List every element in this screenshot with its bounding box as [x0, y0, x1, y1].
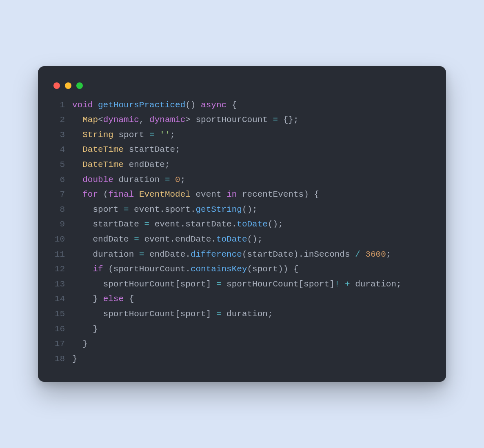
code-token: event.endDate.	[139, 235, 216, 244]
code-token: ;	[170, 130, 175, 140]
code-area: 123456789101112131415161718 void getHour…	[52, 98, 432, 367]
code-token: {};	[278, 115, 298, 124]
code-token: ;	[180, 175, 186, 184]
code-token: toDate	[237, 220, 268, 229]
code-token	[360, 250, 366, 259]
code-token: duration;	[350, 279, 402, 289]
code-token: ''	[160, 130, 170, 140]
code-token	[72, 264, 93, 274]
line-number: 10	[52, 232, 65, 247]
code-token: {	[226, 100, 237, 110]
minimize-icon[interactable]	[65, 82, 71, 89]
code-token: =	[216, 279, 222, 289]
code-token: =	[134, 235, 139, 244]
line-number: 8	[52, 202, 65, 217]
code-line: sportHourCount[sport] = sportHourCount[s…	[72, 277, 432, 292]
code-token: =	[124, 205, 129, 214]
code-window: 123456789101112131415161718 void getHour…	[38, 66, 446, 382]
code-token: startDate	[72, 220, 144, 229]
line-number-gutter: 123456789101112131415161718	[52, 98, 65, 367]
code-token: ();	[242, 205, 258, 214]
code-line: sportHourCount[sport] = duration;	[72, 307, 432, 322]
code-token: }	[72, 324, 98, 334]
code-token	[72, 115, 82, 124]
code-line: startDate = event.startDate.toDate();	[72, 217, 432, 232]
code-line: DateTime endDate;	[72, 157, 432, 173]
code-token: (startDate).inSeconds	[242, 250, 355, 259]
code-token: containsKey	[191, 264, 247, 274]
code-token: String	[82, 130, 113, 140]
code-token: sport	[72, 205, 124, 214]
code-token: sportHourCount[sport]	[72, 279, 216, 289]
line-number: 16	[52, 322, 65, 337]
code-token	[134, 190, 139, 199]
code-token: {	[124, 294, 134, 304]
code-token: in	[226, 190, 237, 199]
line-number: 5	[52, 157, 65, 173]
code-token	[170, 175, 175, 184]
code-token: getHoursPracticed	[98, 100, 185, 110]
code-token: difference	[191, 250, 242, 259]
code-token: 3600	[365, 250, 386, 259]
code-token: event.sport.	[129, 205, 196, 214]
code-token: ()	[185, 100, 201, 110]
code-token: endDate	[72, 235, 134, 244]
code-token: endDate.	[144, 250, 190, 259]
line-number: 17	[52, 337, 65, 352]
line-number: 15	[52, 307, 65, 322]
code-token	[72, 130, 82, 140]
code-token: =	[139, 250, 144, 259]
code-token: event	[191, 190, 226, 199]
code-token: getString	[195, 205, 242, 214]
code-token: sportHourCount[sport]	[72, 309, 216, 319]
code-content[interactable]: void getHoursPracticed() async { Map<dyn…	[72, 98, 432, 367]
code-line: void getHoursPracticed() async {	[72, 98, 432, 113]
code-token: dynamic	[103, 115, 139, 124]
code-token: async	[201, 100, 226, 110]
code-token	[72, 160, 82, 169]
code-line: double duration = 0;	[72, 173, 432, 188]
code-token: Map	[82, 115, 98, 124]
line-number: 3	[52, 128, 65, 143]
code-token	[155, 130, 160, 140]
code-line: endDate = event.endDate.toDate();	[72, 232, 432, 247]
code-line: duration = endDate.difference(startDate)…	[72, 247, 432, 262]
code-token: toDate	[216, 235, 247, 244]
code-token: (sport)) {	[247, 264, 299, 274]
code-token: ;	[386, 250, 391, 259]
code-token: double	[82, 175, 113, 184]
code-token: ();	[268, 220, 283, 229]
code-token: /	[355, 250, 360, 259]
code-token: sport	[113, 130, 149, 140]
code-token: dynamic	[149, 115, 185, 124]
code-token: !	[335, 279, 340, 289]
code-token	[72, 175, 82, 184]
code-token: duration	[113, 175, 165, 184]
code-token: sportHourCount[sport]	[221, 279, 334, 289]
code-token: startDate;	[124, 145, 180, 154]
code-token: EventModel	[139, 190, 191, 199]
code-token	[340, 279, 345, 289]
code-token: endDate;	[124, 160, 170, 169]
code-token: if	[93, 264, 103, 274]
code-token: 0	[175, 175, 180, 184]
code-token: DateTime	[82, 160, 124, 169]
code-token: DateTime	[82, 145, 124, 154]
maximize-icon[interactable]	[76, 82, 83, 89]
code-token: for	[82, 190, 98, 199]
window-controls	[52, 80, 432, 98]
code-token: ,	[139, 115, 149, 124]
code-line: sport = event.sport.getString();	[72, 202, 432, 217]
line-number: 13	[52, 277, 65, 292]
code-token: duration	[72, 250, 139, 259]
code-token: else	[103, 294, 124, 304]
code-token: (sportHourCount.	[103, 264, 191, 274]
code-token: =	[144, 220, 149, 229]
line-number: 4	[52, 142, 65, 157]
code-token: > sportHourCount	[185, 115, 273, 124]
code-token: =	[165, 175, 170, 184]
code-token: void	[72, 100, 98, 110]
close-icon[interactable]	[53, 82, 60, 89]
code-token: =	[273, 115, 278, 124]
code-line: }	[72, 352, 432, 367]
